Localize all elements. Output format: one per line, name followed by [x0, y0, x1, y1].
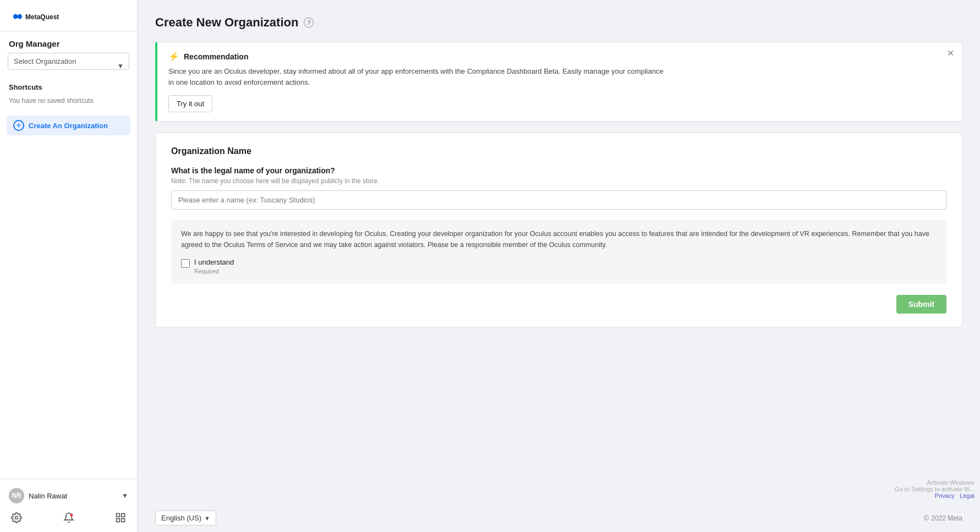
- language-selector[interactable]: English (US) ▼: [155, 511, 216, 525]
- logo-area: MetaQuest: [0, 0, 137, 31]
- i-understand-checkbox[interactable]: [181, 259, 190, 268]
- avatar: NR: [9, 488, 24, 503]
- legal-link[interactable]: Legal: [960, 492, 974, 499]
- svg-rect-6: [122, 519, 125, 522]
- org-select-wrapper[interactable]: Select Organization ▼: [0, 53, 137, 79]
- settings-icon-button[interactable]: [9, 510, 24, 525]
- language-arrow-icon: ▼: [204, 515, 210, 522]
- no-shortcuts-text: You have no saved shortcuts: [0, 95, 137, 111]
- bell-icon: [63, 512, 74, 523]
- sidebar: MetaQuest Org Manager Select Organizatio…: [0, 0, 138, 532]
- create-an-organization-button[interactable]: + Create An Organization: [7, 116, 130, 135]
- sidebar-bottom: NR Nalin Rawat ▼: [0, 479, 137, 532]
- submit-button[interactable]: Submit: [896, 295, 946, 314]
- page-footer: English (US) ▼ © 2022 Meta: [155, 502, 962, 532]
- create-org-label: Create An Organization: [29, 122, 108, 130]
- language-label: English (US): [161, 514, 201, 522]
- form-section-title: Organization Name: [171, 146, 946, 156]
- form-note: Note: The name you choose here will be d…: [171, 177, 946, 185]
- username: Nalin Rawat: [29, 492, 67, 500]
- terms-checkbox-row: I understand Required: [181, 258, 937, 275]
- gear-icon: [11, 512, 22, 523]
- org-name-input[interactable]: [171, 190, 946, 210]
- org-manager-title: Org Manager: [0, 31, 137, 53]
- i-understand-label[interactable]: I understand: [194, 258, 234, 266]
- recommendation-label: Recommendation: [184, 52, 248, 61]
- required-label: Required: [194, 268, 219, 275]
- svg-point-1: [15, 517, 18, 519]
- try-it-out-button[interactable]: Try it out: [168, 95, 212, 112]
- help-icon[interactable]: ?: [304, 18, 314, 28]
- svg-rect-3: [117, 514, 120, 517]
- notification-icon-button[interactable]: [61, 510, 76, 525]
- svg-rect-5: [117, 519, 120, 522]
- svg-point-2: [70, 514, 73, 517]
- recommendation-banner: ✕ ⚡ Recommendation Since you are an Ocul…: [155, 42, 962, 122]
- user-row[interactable]: NR Nalin Rawat ▼: [8, 485, 129, 507]
- page-title: Create New Organization: [155, 15, 298, 30]
- terms-box: We are happy to see that you're interest…: [171, 220, 946, 284]
- metaquest-logo: MetaQuest: [9, 9, 75, 24]
- sidebar-icons-row: [8, 507, 129, 526]
- form-question: What is the legal name of your organizat…: [171, 166, 946, 175]
- form-footer: Submit: [171, 295, 946, 314]
- plus-circle-icon: +: [13, 120, 24, 131]
- recommendation-text: Since you are an Oculus developer, stay …: [168, 66, 664, 87]
- terms-label-group: I understand Required: [194, 258, 234, 275]
- privacy-link[interactable]: Privacy: [935, 492, 955, 499]
- svg-rect-4: [122, 514, 125, 517]
- page-header: Create New Organization ?: [155, 15, 962, 30]
- user-chevron-icon: ▼: [122, 492, 128, 500]
- svg-text:MetaQuest: MetaQuest: [25, 13, 59, 21]
- user-info: NR Nalin Rawat: [9, 488, 67, 503]
- recommendation-icon: ⚡: [168, 51, 179, 62]
- copyright-icon: ©: [924, 514, 929, 522]
- grid-icon-button[interactable]: [113, 510, 128, 525]
- copyright-year-text: 2022 Meta: [931, 514, 962, 522]
- form-card: Organization Name What is the legal name…: [155, 133, 962, 327]
- terms-text: We are happy to see that you're interest…: [181, 228, 937, 250]
- copyright-text: © 2022 Meta: [924, 514, 962, 522]
- recommendation-header: ⚡ Recommendation: [168, 51, 951, 62]
- shortcuts-label: Shortcuts: [0, 79, 137, 95]
- grid-icon: [115, 512, 126, 523]
- main-content: Create New Organization ? ✕ ⚡ Recommenda…: [138, 0, 980, 532]
- close-banner-button[interactable]: ✕: [947, 49, 954, 58]
- org-select[interactable]: Select Organization: [8, 53, 129, 70]
